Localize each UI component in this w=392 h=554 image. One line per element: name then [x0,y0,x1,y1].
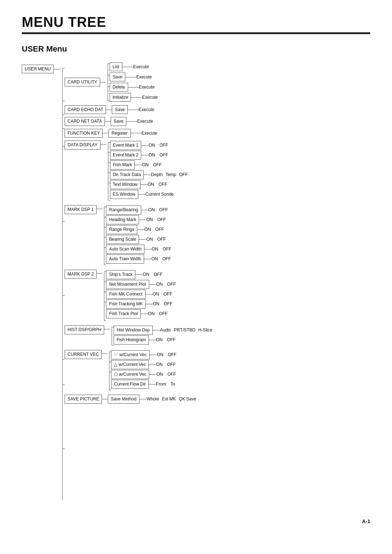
l3-on-track-data: On Track Data [110,170,144,179]
opt-em1-on: ON [148,142,155,149]
opt-sm-estmk: Est MK [162,395,176,403]
opt-cfd-from: From [156,380,166,388]
l3-range-rings: Range Rings [106,225,137,234]
l3-card-echo-save: Save [112,105,127,114]
l2-save-picture: SAVE PICTURE [65,395,102,403]
opt-atw-off: OFF [162,255,171,262]
l3-current-flow-dir: Current Flow Dir [111,380,148,388]
l3-hist-window-dsp: Hist Window Dsp [114,326,152,334]
l3-text-window: Text Window [110,180,140,189]
l2-hist-dsp-grph: HIST DSP/GRPH [65,325,104,334]
opt-fm-on: ON [142,161,148,168]
l2-mark-dsp-2: MARK DSP 2 [65,270,97,278]
l2-column: CARD UTILITY [65,62,212,404]
l3-fish-mk-connect: Fish MK Connect [106,290,145,298]
opt-hm-on: ON [146,216,153,223]
l2-mark-dsp-1: MARK DSP 1 [65,205,97,214]
opt-fm-off: OFF [153,161,162,168]
l3-auto-train-width: Auto Train Width [106,254,144,263]
opt-asw-off: OFF [163,245,171,253]
opt-st-on: ON [143,271,149,278]
l3-delete: Delete [110,83,128,91]
opt-tcv-off: OFF [167,361,176,368]
l3-net-movement-plot: Net Movement Plot [106,280,149,289]
page-number: A-1 [22,518,370,524]
opt-em2-off: OFF [159,151,168,159]
l2-current-vec: CURRENT VEC [65,350,102,359]
l3-triangle-current-vec: △ w/Current Vec [111,360,149,369]
opt-hwd-prtstbd: PRT/STBD [174,326,195,334]
l2-card-echo-dat: CARD ECHO DAT [65,105,106,114]
group-card-net-data: CARD NET DATA Save Execute [65,117,153,126]
menu-tree: USER MENU [22,62,370,508]
opt-esw: Current Sonde [146,191,174,198]
opt-ftmk-off: OFF [164,300,172,307]
opt-otd-depth: Depth [151,171,163,178]
l3-initialize: Initialize [110,93,131,102]
opt-bs-on: ON [146,236,153,243]
l3-auto-scan-width: Auto Scan Width [106,245,144,253]
l3-heading-mark: Heading Mark [106,215,139,224]
group-mark-dsp-1: MARK DSP 1 [65,205,171,267]
opt-nmp-off: OFF [167,281,176,288]
group-card-utility: CARD UTILITY [65,62,158,102]
opt-sm-qksave: QK Save [179,395,196,403]
opt-initialize-execute: Execute [142,94,158,101]
opt-tw-off: OFF [159,181,167,188]
opt-otd-temp: Temp [166,171,176,178]
opt-net-execute: Execute [137,118,153,125]
l3-es-window: ES Window [110,190,138,199]
l3-save: Save [110,73,125,81]
opt-fmc-off: OFF [164,290,172,298]
l2-card-utility: CARD UTILITY [65,78,100,86]
l3-fish-track-plot: Fish Track Plot [106,309,140,318]
opt-delete-execute: Execute [139,83,155,91]
l3-fish-tracking-mk: Fish Tracking MK [106,300,146,308]
opt-fmc-on: ON [153,290,159,298]
l3-list: List [110,62,122,71]
opt-otd-off: OFF [179,171,188,178]
title-rule [22,32,370,34]
opt-ftp-on: ON [148,310,155,317]
page-title: MENU TREE [22,15,370,30]
opt-rr-off: OFF [155,226,164,233]
group-mark-dsp-2: MARK DSP 2 [65,270,176,322]
opt-tw-on: ON [148,181,154,188]
opt-rb-on: ON [148,206,155,213]
l3-event-mark-1: Event Mark 1 [110,141,142,150]
group-card-echo-dat: CARD ECHO DAT Save Execute [65,105,154,114]
opt-hwd-hslice: H-Slice [198,326,212,334]
opt-tcv-on: ON [156,361,163,368]
opt-register-execute: Execute [142,130,157,137]
l3-event-mark-2: Event Mark 2 [110,151,142,159]
opt-bs-off: OFF [157,236,166,243]
opt-ftmk-on: ON [153,300,159,307]
l3-ships-track: Ship's Track [106,270,135,279]
l3-range-bearing: Range/Bearing [106,205,141,214]
l3-register: Register [109,129,131,138]
opt-ftp-off: OFF [159,310,168,317]
group-function-key: FUNCTION KEY Register Execute [65,129,157,138]
l2-function-key: FUNCTION KEY [65,129,103,138]
opt-cfd-to: To [171,380,175,388]
l3-heart-current-vec: ♡ w/Current Vec [111,350,150,359]
opt-fh-off: OFF [167,336,176,343]
group-save-picture: SAVE PICTURE Save Method Whole Est MK QK… [65,395,196,403]
opt-save-execute: Execute [136,73,152,81]
opt-st-off: OFF [154,271,162,278]
opt-echo-execute: Execute [139,106,154,113]
opt-hxcv-on: ON [156,371,163,378]
opt-hcv-on: ON [157,351,163,358]
opt-hm-off: OFF [157,216,166,223]
opt-hwd-audio: Audio [160,326,171,334]
l3-bearing-scale: Bearing Scale [106,235,139,244]
opt-hcv-off: OFF [168,351,176,358]
l2-data-display: DATA DISPLAY [65,140,101,149]
main-vline [60,65,65,508]
opt-list-execute: Execute [133,63,149,70]
root-node: USER MENU [22,65,54,73]
opt-em2-on: ON [148,151,155,159]
opt-rb-off: OFF [159,206,168,213]
root-connector [54,69,60,69]
opt-sm-whole: Whole [147,395,159,403]
